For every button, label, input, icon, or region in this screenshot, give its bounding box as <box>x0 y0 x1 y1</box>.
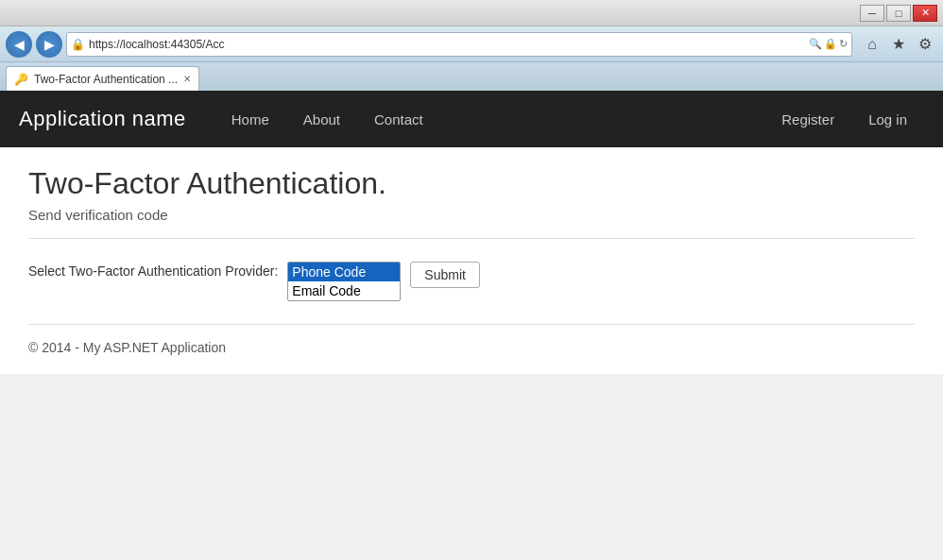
nav-about[interactable]: About <box>286 91 357 147</box>
close-button[interactable]: ✕ <box>913 5 937 22</box>
forward-button[interactable]: ▶ <box>36 31 62 58</box>
nav-links: Home About Contact <box>214 91 764 147</box>
main-content: Two-Factor Authentication. Send verifica… <box>0 147 943 374</box>
minimize-button[interactable]: ─ <box>860 5 884 22</box>
brand-name[interactable]: Application name <box>19 107 186 131</box>
tab-favicon: 🔑 <box>14 73 28 86</box>
page-subtitle: Send verification code <box>28 207 915 223</box>
active-tab[interactable]: 🔑 Two-Factor Authentication ... ✕ <box>6 66 199 91</box>
option-phone[interactable]: Phone Code <box>288 263 400 281</box>
gear-icon[interactable]: ⚙ <box>913 32 937 57</box>
tab-close-icon[interactable]: ✕ <box>183 74 191 84</box>
submit-button[interactable]: Submit <box>410 262 480 288</box>
back-button[interactable]: ◀ <box>6 31 32 58</box>
nav-login[interactable]: Log in <box>851 91 924 147</box>
search-icon: 🔍 <box>809 38 822 50</box>
home-icon[interactable]: ⌂ <box>860 32 884 57</box>
nav-contact[interactable]: Contact <box>357 91 440 147</box>
title-bar: ─ □ ✕ <box>0 0 943 26</box>
provider-form-row: Select Two-Factor Authentication Provide… <box>28 262 915 301</box>
nav-auth: Register Log in <box>764 91 924 147</box>
title-divider <box>28 238 915 239</box>
address-bar-container: 🔒 🔍 🔒 ↻ <box>66 32 852 57</box>
option-email[interactable]: Email Code <box>288 281 400 300</box>
provider-select[interactable]: Phone Code Email Code <box>287 262 401 301</box>
address-input[interactable] <box>89 38 805 51</box>
address-icons: 🔍 🔒 ↻ <box>809 38 848 50</box>
refresh-icon: ↻ <box>839 38 848 50</box>
footer-divider <box>28 324 915 325</box>
maximize-button[interactable]: □ <box>886 5 911 22</box>
provider-label: Select Two-Factor Authentication Provide… <box>28 262 278 279</box>
star-icon[interactable]: ★ <box>886 32 911 57</box>
footer-text: © 2014 - My ASP.NET Application <box>28 340 915 355</box>
nav-home[interactable]: Home <box>214 91 286 147</box>
page-icon: 🔒 <box>71 38 85 51</box>
right-toolbar: ⌂ ★ ⚙ <box>860 32 937 57</box>
navigation-bar: Application name Home About Contact Regi… <box>0 91 943 147</box>
lock-icon: 🔒 <box>824 38 837 50</box>
tab-bar: 🔑 Two-Factor Authentication ... ✕ <box>0 62 943 91</box>
page-title: Two-Factor Authentication. <box>28 166 915 201</box>
window-controls: ─ □ ✕ <box>860 5 937 22</box>
nav-register[interactable]: Register <box>764 91 851 147</box>
tab-title: Two-Factor Authentication ... <box>34 73 178 86</box>
browser-toolbar: ◀ ▶ 🔒 🔍 🔒 ↻ ⌂ ★ ⚙ <box>0 26 943 62</box>
